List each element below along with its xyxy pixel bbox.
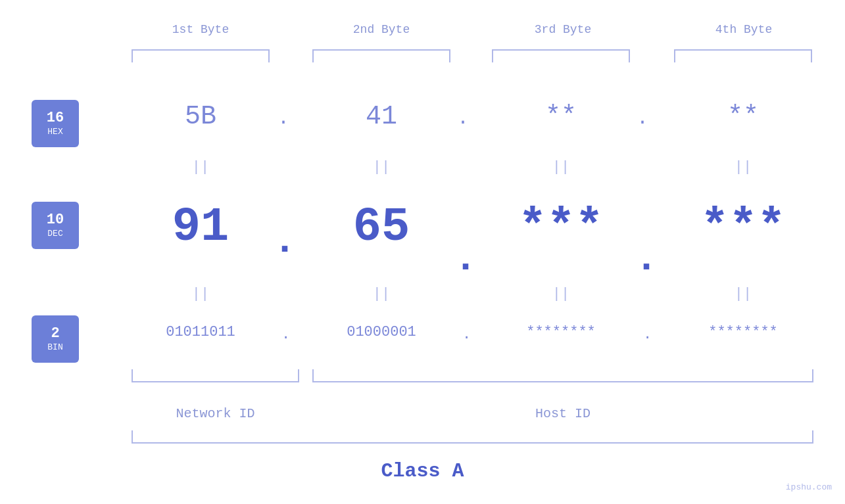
bin-dot-3: . bbox=[643, 327, 652, 343]
eq-sep-dec-bin-1: || bbox=[132, 286, 270, 302]
dec-badge-num: 10 bbox=[47, 212, 64, 228]
hex-dot-3: . bbox=[637, 107, 648, 129]
eq-sep-dec-bin-4: || bbox=[674, 286, 812, 302]
bracket-outer-bot bbox=[132, 430, 813, 444]
network-id-label: Network ID bbox=[132, 406, 299, 421]
bracket-bot-host bbox=[312, 369, 813, 382]
main-container: 16 HEX 10 DEC 2 BIN 1st Byte 2nd Byte 3r… bbox=[0, 0, 845, 504]
eq-sep-dec-bin-3: || bbox=[492, 286, 630, 302]
dec-dot-3: . bbox=[635, 237, 658, 281]
hex-badge-sub: HEX bbox=[47, 127, 62, 137]
bracket-top-3 bbox=[492, 49, 630, 62]
dec-badge-sub: DEC bbox=[47, 229, 62, 239]
dec-val-2: 65 bbox=[302, 200, 460, 254]
bin-badge-sub: BIN bbox=[47, 342, 62, 352]
bin-val-1: 01011011 bbox=[122, 324, 279, 340]
dec-badge: 10 DEC bbox=[32, 202, 79, 249]
hex-val-1: 5B bbox=[132, 102, 270, 131]
hex-dot-2: . bbox=[457, 107, 469, 129]
eq-sep-dec-bin-2: || bbox=[312, 286, 450, 302]
hex-badge: 16 HEX bbox=[32, 100, 79, 147]
watermark: ipshu.com bbox=[786, 482, 832, 492]
bracket-top-1 bbox=[132, 49, 270, 62]
hex-val-3: ** bbox=[492, 102, 630, 131]
bin-dot-1: . bbox=[281, 327, 290, 343]
bin-badge-num: 2 bbox=[51, 326, 59, 342]
hex-val-2: 41 bbox=[312, 102, 450, 131]
dec-dot-2: . bbox=[454, 237, 477, 281]
hex-badge-num: 16 bbox=[47, 110, 64, 126]
dec-val-4: *** bbox=[664, 200, 822, 254]
eq-sep-4: || bbox=[674, 159, 812, 175]
dec-val-3: *** bbox=[482, 200, 640, 254]
hex-dot-1: . bbox=[278, 107, 289, 129]
eq-sep-2: || bbox=[312, 159, 450, 175]
bin-val-4: ******** bbox=[664, 324, 822, 340]
host-id-label: Host ID bbox=[312, 406, 813, 421]
eq-sep-3: || bbox=[492, 159, 630, 175]
byte1-label: 1st Byte bbox=[135, 23, 266, 36]
eq-sep-1: || bbox=[132, 159, 270, 175]
hex-val-4: ** bbox=[674, 102, 812, 131]
dec-val-1: 91 bbox=[122, 200, 279, 254]
bin-val-3: ******** bbox=[482, 324, 640, 340]
dec-dot-1: . bbox=[273, 219, 297, 263]
class-label: Class A bbox=[0, 460, 845, 482]
bracket-top-2 bbox=[312, 49, 450, 62]
bracket-top-4 bbox=[674, 49, 812, 62]
bin-dot-2: . bbox=[462, 327, 471, 343]
byte3-label: 3rd Byte bbox=[497, 23, 629, 36]
byte4-label: 4th Byte bbox=[678, 23, 809, 36]
bin-badge: 2 BIN bbox=[32, 315, 79, 363]
bracket-bot-network bbox=[132, 369, 299, 382]
bin-val-2: 01000001 bbox=[302, 324, 460, 340]
byte2-label: 2nd Byte bbox=[316, 23, 447, 36]
